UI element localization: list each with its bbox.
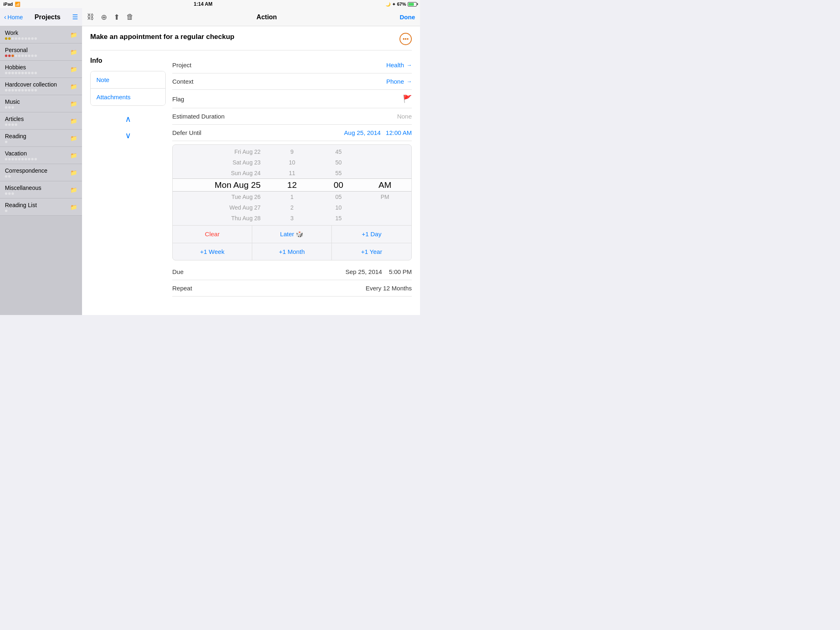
sidebar-list: Work📁Personal📁Hobbies📁Hardcover collecti… <box>0 26 82 315</box>
flag-row[interactable]: Flag 🚩 <box>172 90 412 108</box>
bluetooth-icon: ✦ <box>392 2 395 7</box>
sidebar-item-label: Hobbies <box>5 64 37 71</box>
dot-icon <box>18 158 21 160</box>
picker-row[interactable]: Sat Aug 23 10 50 <box>173 157 411 168</box>
plus1day-button[interactable]: +1 Day <box>332 226 411 243</box>
toolbar-title: Action <box>134 14 400 21</box>
sidebar-item-label: Miscellaneous <box>5 185 41 191</box>
dot-icon <box>5 158 7 160</box>
sidebar-item-label: Hardcover collection <box>5 81 57 88</box>
due-label: Due <box>172 268 184 275</box>
dot-icon <box>11 72 14 74</box>
repeat-value: Every 12 Months <box>365 285 412 292</box>
folder-icon: 📁 <box>70 187 77 193</box>
dot-icon <box>18 72 21 74</box>
move-up-button[interactable]: ∧ <box>90 112 166 126</box>
picker-row[interactable]: Wed Aug 27 2 10 <box>173 202 411 213</box>
note-button[interactable]: Note <box>91 71 165 89</box>
context-row[interactable]: Context Phone → <box>172 73 412 90</box>
dot-icon <box>21 89 24 91</box>
plus1year-button[interactable]: +1 Year <box>332 243 411 260</box>
sidebar-item-work[interactable]: Work📁 <box>0 26 82 43</box>
info-section-title: Info <box>90 57 166 64</box>
back-label: Home <box>7 14 23 21</box>
sidebar: ‹ Home Projects ☰ Work📁Personal📁Hobbies📁… <box>0 8 82 315</box>
sidebar-nav: ‹ Home Projects ☰ <box>0 8 82 26</box>
sidebar-item-personal[interactable]: Personal📁 <box>0 43 82 61</box>
sidebar-item-hobbies[interactable]: Hobbies📁 <box>0 61 82 78</box>
folder-icon: 📁 <box>70 204 77 210</box>
sidebar-item-vacation[interactable]: Vacation📁 <box>0 147 82 164</box>
list-icon[interactable]: ☰ <box>72 13 78 21</box>
folder-icon: 📁 <box>70 49 77 55</box>
dot-icon <box>18 55 21 57</box>
toolbar: ⛓ ⊕ ⬆ 🗑 Action Done <box>82 8 420 26</box>
dot-icon <box>25 158 27 160</box>
link-icon[interactable]: ⛓ <box>87 13 94 21</box>
context-value: Phone → <box>386 78 412 85</box>
export-icon[interactable]: ⬆ <box>114 13 120 22</box>
status-bar: iPad 📶 1:14 AM 🌙 ✦ 67% <box>0 0 420 8</box>
project-row[interactable]: Project Health → <box>172 57 412 73</box>
sidebar-item-reading[interactable]: Reading📁 <box>0 130 82 147</box>
folder-icon: 📁 <box>70 83 77 90</box>
project-value-text: Health <box>386 62 404 68</box>
project-value: Health → <box>386 62 412 68</box>
dot-icon <box>28 72 30 74</box>
clear-button[interactable]: Clear <box>173 226 252 243</box>
done-button[interactable]: Done <box>400 14 415 21</box>
dot-icon <box>25 72 27 74</box>
dot-icon <box>25 89 27 91</box>
dot-icon <box>28 158 30 160</box>
sidebar-item-correspondence[interactable]: Correspondence📁 <box>0 164 82 181</box>
picker-row[interactable]: Mon Aug 25 12 00 AM <box>173 178 411 192</box>
due-date: Sep 25, 2014 <box>345 268 382 275</box>
dot-icon <box>31 158 34 160</box>
dot-icon <box>31 55 34 57</box>
picker-min: 45 <box>315 148 362 155</box>
sidebar-item-dots <box>5 106 20 109</box>
more-button[interactable]: ••• <box>399 33 412 45</box>
later-button[interactable]: Later 🎲 <box>252 226 332 243</box>
picker-ampm: PM <box>362 194 408 200</box>
folder-icon: 📁 <box>70 100 77 107</box>
sidebar-item-articles[interactable]: Articles📁 <box>0 112 82 130</box>
project-label: Project <box>172 62 192 68</box>
sidebar-item-dots <box>5 37 37 40</box>
plus1week-button[interactable]: +1 Week <box>173 243 252 260</box>
dot-icon <box>11 37 14 40</box>
sidebar-item-music[interactable]: Music📁 <box>0 95 82 112</box>
move-down-button[interactable]: ∨ <box>90 129 166 142</box>
sidebar-item-reading-list[interactable]: Reading List📁 <box>0 199 82 216</box>
estimated-duration-value: None <box>397 113 412 120</box>
back-button[interactable]: ‹ Home <box>4 14 23 21</box>
defer-until-row[interactable]: Defer Until Aug 25, 2014 12:00 AM <box>172 125 412 141</box>
picker-row[interactable]: Sun Aug 24 11 55 <box>173 168 411 178</box>
sidebar-item-label: Personal <box>5 47 37 53</box>
trash-icon[interactable]: 🗑 <box>126 13 134 21</box>
folder-icon: 📁 <box>70 135 77 142</box>
picker-hour: 2 <box>269 204 315 211</box>
picker-row[interactable]: Fri Aug 22 9 45 <box>173 146 411 157</box>
picker-row[interactable]: Tue Aug 26 1 05 PM <box>173 192 411 202</box>
project-arrow-icon: → <box>406 62 412 68</box>
picker-hour: 11 <box>269 170 315 176</box>
task-title: Make an appointment for a regular checku… <box>90 33 395 41</box>
attachments-button[interactable]: Attachments <box>91 89 165 105</box>
repeat-row[interactable]: Repeat Every 12 Months <box>172 280 412 297</box>
plus1month-button[interactable]: +1 Month <box>252 243 332 260</box>
sidebar-item-hardcover-collection[interactable]: Hardcover collection📁 <box>0 78 82 95</box>
sidebar-item-dots <box>5 158 37 160</box>
dot-icon <box>34 55 37 57</box>
picker-min: 00 <box>315 180 362 190</box>
dot-icon <box>15 55 17 57</box>
picker-rows-wrap: Fri Aug 22 9 45 Sat Aug 23 10 50 Sun Aug… <box>173 145 411 225</box>
sidebar-item-miscellaneous[interactable]: Miscellaneous📁 <box>0 181 82 199</box>
share-group-icon[interactable]: ⊕ <box>101 13 107 22</box>
sidebar-title: Projects <box>34 14 60 21</box>
right-panel: ⛓ ⊕ ⬆ 🗑 Action Done Make an appointment … <box>82 8 420 315</box>
estimated-duration-row[interactable]: Estimated Duration None <box>172 108 412 125</box>
date-picker[interactable]: Fri Aug 22 9 45 Sat Aug 23 10 50 Sun Aug… <box>172 144 412 260</box>
picker-row[interactable]: Thu Aug 28 3 15 <box>173 213 411 224</box>
due-row[interactable]: Due Sep 25, 2014 5:00 PM <box>172 264 412 280</box>
